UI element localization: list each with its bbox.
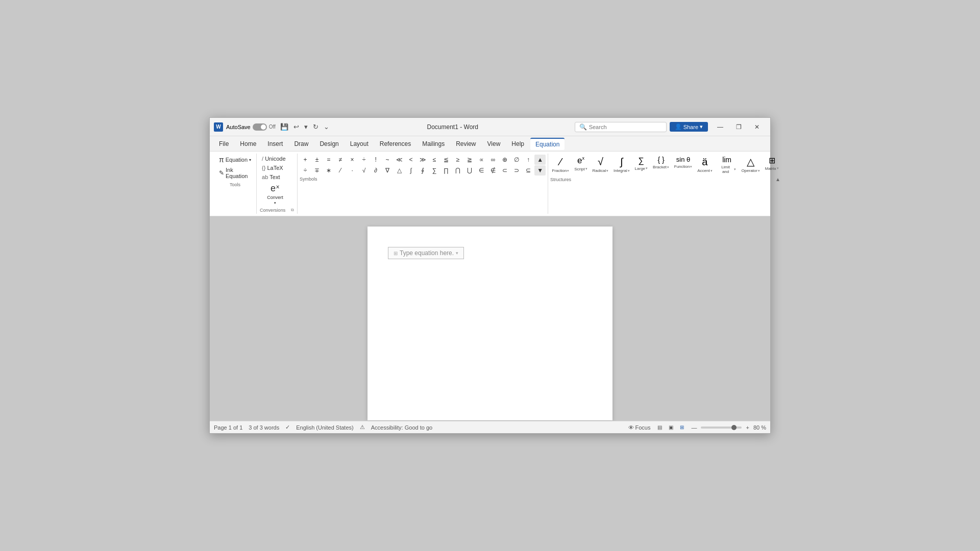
menu-insert[interactable]: Insert [262, 138, 288, 149]
operator-button[interactable]: △ Operator ▾ [740, 155, 762, 174]
sym-ast[interactable]: ∗ [323, 165, 334, 176]
minimize-button[interactable]: — [711, 120, 729, 134]
menu-view[interactable]: View [482, 138, 506, 149]
focus-label[interactable]: Focus [635, 424, 651, 431]
sym-sqrt[interactable]: √ [358, 165, 370, 176]
large-operator-arrow[interactable]: ▾ [646, 166, 648, 170]
undo-dropdown-icon[interactable]: ▾ [303, 122, 309, 131]
web-view-button[interactable]: ⊞ [677, 423, 687, 432]
large-operator-button[interactable]: ∑ Large ▾ [633, 155, 649, 172]
menu-help[interactable]: Help [506, 138, 529, 149]
menu-references[interactable]: References [375, 138, 416, 149]
convert-dropdown-icon[interactable]: ▾ [274, 201, 276, 205]
sym-supset[interactable]: ⊃ [511, 165, 522, 176]
sym-nabla[interactable]: ∇ [382, 165, 393, 176]
print-view-button[interactable]: ▣ [666, 423, 676, 432]
structures-collapse-icon[interactable]: ▲ [775, 177, 780, 182]
ink-equation-button[interactable]: ✎ Ink Equation [217, 166, 253, 180]
sym-tilde[interactable]: ~ [382, 155, 393, 165]
zoom-thumb[interactable] [731, 425, 737, 430]
sym-uparrow[interactable]: ↑ [523, 155, 534, 165]
menu-file[interactable]: File [214, 138, 234, 149]
menu-equation[interactable]: Equation [530, 138, 565, 150]
sym-triangle[interactable]: △ [394, 165, 405, 176]
menu-layout[interactable]: Layout [345, 138, 374, 149]
read-view-button[interactable]: ▤ [654, 423, 665, 432]
sym-int[interactable]: ∫ [405, 165, 416, 176]
menu-review[interactable]: Review [451, 138, 481, 149]
zoom-slider[interactable] [701, 427, 742, 429]
radical-button[interactable]: √ Radical ▾ [591, 155, 610, 174]
sym-div[interactable]: ÷ [300, 165, 311, 176]
equation-box-dropdown-icon[interactable]: ▾ [456, 251, 458, 256]
sym-gte2[interactable]: ≧ [464, 155, 475, 165]
sym-prod[interactable]: ∏ [440, 165, 452, 176]
operator-arrow[interactable]: ▾ [758, 169, 760, 173]
bracket-arrow[interactable]: ▾ [667, 165, 669, 169]
script-arrow[interactable]: ▾ [585, 167, 587, 171]
close-button[interactable]: ✕ [748, 120, 766, 134]
sym-cup[interactable]: ⋃ [464, 165, 475, 176]
sym-subseteq[interactable]: ⊆ [523, 165, 534, 176]
sym-gg[interactable]: ≫ [417, 155, 428, 165]
integral-arrow[interactable]: ▾ [628, 169, 630, 173]
sym-cdot[interactable]: · [347, 165, 358, 176]
sym-sum[interactable]: ∑ [429, 165, 440, 176]
sym-lt[interactable]: < [405, 155, 416, 165]
sym-neq[interactable]: ≠ [335, 155, 346, 165]
sym-le[interactable]: ≤ [429, 155, 440, 165]
restore-button[interactable]: ❐ [729, 120, 748, 134]
accent-arrow[interactable]: ▾ [710, 169, 713, 173]
redo-icon[interactable]: ↻ [311, 122, 320, 131]
accent-button[interactable]: ä Accent ▾ [696, 155, 714, 174]
search-box[interactable]: 🔍 [575, 122, 667, 132]
sym-empty[interactable]: ∅ [511, 155, 522, 165]
matrix-arrow[interactable]: ▾ [777, 166, 779, 170]
equation-dropdown-icon[interactable]: ▾ [249, 158, 251, 162]
sym-times[interactable]: × [347, 155, 358, 165]
search-input[interactable] [589, 124, 660, 130]
zoom-out-icon[interactable]: — [691, 424, 697, 431]
menu-home[interactable]: Home [235, 138, 261, 149]
function-button[interactable]: sin θ Function ▾ [672, 155, 694, 170]
sym-in[interactable]: ∈ [476, 165, 487, 176]
more-commands-icon[interactable]: ⌄ [322, 122, 331, 131]
autosave-toggle[interactable] [253, 123, 267, 131]
share-button[interactable]: 👤 Share ▾ [670, 122, 708, 132]
unicode-button[interactable]: / Unicode [260, 155, 287, 163]
sym-ge[interactable]: ≥ [452, 155, 463, 165]
sym-notin[interactable]: ∉ [487, 165, 499, 176]
fraction-button[interactable]: ⁄ Fraction ▾ [550, 155, 571, 174]
function-arrow[interactable]: ▾ [690, 165, 692, 169]
menu-draw[interactable]: Draw [289, 138, 313, 149]
menu-mailings[interactable]: Mailings [417, 138, 450, 149]
sym-vbar[interactable]: ! [370, 155, 381, 165]
integral-button[interactable]: ∫ Integral ▾ [612, 155, 631, 174]
zoom-in-icon[interactable]: + [746, 424, 749, 431]
matrix-button[interactable]: ⊞ Matrix ▾ [763, 155, 780, 172]
radical-arrow[interactable]: ▾ [606, 169, 608, 173]
convert-button[interactable]: eˣ Convert ▾ [264, 181, 286, 207]
script-button[interactable]: ex Script ▾ [573, 155, 589, 173]
sym-cirplus[interactable]: ⊕ [499, 155, 510, 165]
sym-infty[interactable]: ∞ [487, 155, 499, 165]
sym-cap[interactable]: ⋂ [452, 165, 463, 176]
proofing-icon[interactable]: ✓ [285, 424, 290, 431]
sym-scroll-up[interactable]: ▲ [534, 155, 546, 165]
conversions-expand-icon[interactable]: ⧉ [291, 208, 294, 213]
limit-log-button[interactable]: lim Limit and ▾ [716, 155, 738, 176]
sym-eq[interactable]: = [323, 155, 334, 165]
sym-propto[interactable]: ∝ [476, 155, 487, 165]
bracket-button[interactable]: { } Bracket ▾ [651, 155, 671, 171]
sym-partial[interactable]: ∂ [370, 165, 381, 176]
sym-subset[interactable]: ⊂ [499, 165, 510, 176]
latex-button[interactable]: {} LaTeX [260, 164, 287, 172]
undo-icon[interactable]: ↩ [292, 122, 301, 131]
save-icon[interactable]: 💾 [279, 122, 290, 131]
sym-lte2[interactable]: ≦ [440, 155, 452, 165]
sym-plusminus[interactable]: ± [311, 155, 323, 165]
sym-minus[interactable]: ∓ [311, 165, 323, 176]
fraction-arrow[interactable]: ▾ [567, 169, 569, 173]
equation-button[interactable]: π Equation ▾ [217, 155, 253, 165]
sym-frac[interactable]: ∕ [335, 165, 346, 176]
